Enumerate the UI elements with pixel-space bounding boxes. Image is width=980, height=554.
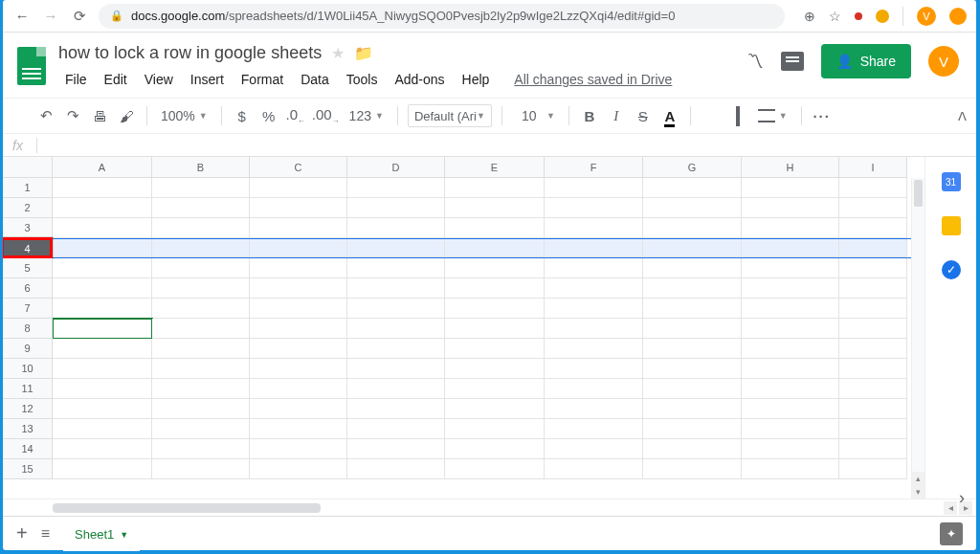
side-panel-toggle-icon[interactable]: › bbox=[959, 488, 965, 508]
cell[interactable] bbox=[347, 459, 445, 479]
cell[interactable] bbox=[545, 258, 643, 278]
cell[interactable] bbox=[742, 258, 839, 278]
tasks-icon[interactable]: ✓ bbox=[942, 260, 961, 279]
cell[interactable] bbox=[545, 178, 643, 198]
cell[interactable] bbox=[445, 278, 545, 299]
cell[interactable] bbox=[347, 399, 445, 419]
col-header[interactable]: E bbox=[445, 157, 545, 178]
explore-button[interactable] bbox=[940, 522, 963, 545]
cell[interactable] bbox=[839, 459, 907, 479]
cell[interactable] bbox=[152, 239, 250, 257]
row-header[interactable]: 14 bbox=[3, 439, 53, 459]
row-header[interactable]: 3 bbox=[3, 218, 53, 238]
cell[interactable] bbox=[545, 439, 643, 459]
cell[interactable] bbox=[643, 339, 742, 359]
comments-icon[interactable] bbox=[781, 52, 804, 71]
bold-button[interactable]: B bbox=[579, 108, 600, 124]
cell[interactable] bbox=[152, 218, 250, 238]
cell[interactable] bbox=[545, 278, 643, 299]
text-color-button[interactable]: A bbox=[659, 108, 680, 124]
cell[interactable] bbox=[839, 319, 907, 339]
cell[interactable] bbox=[643, 319, 742, 339]
more-button[interactable]: ··· bbox=[812, 108, 833, 124]
row-header[interactable]: 15 bbox=[3, 459, 53, 479]
cell[interactable] bbox=[347, 299, 445, 319]
cell[interactable] bbox=[643, 278, 742, 299]
undo-button[interactable]: ↶ bbox=[35, 107, 56, 124]
cell[interactable] bbox=[152, 359, 250, 379]
cell[interactable] bbox=[53, 319, 152, 339]
cell[interactable] bbox=[152, 439, 250, 459]
cell[interactable] bbox=[643, 359, 742, 379]
cell[interactable] bbox=[53, 399, 152, 419]
cell[interactable] bbox=[643, 459, 742, 479]
cell[interactable] bbox=[445, 459, 545, 479]
cell[interactable] bbox=[347, 218, 445, 238]
font-size-select[interactable]: 10▼ bbox=[512, 108, 559, 123]
extension-dot-red-icon[interactable] bbox=[855, 12, 862, 20]
cell[interactable] bbox=[545, 419, 643, 439]
cell[interactable] bbox=[545, 359, 643, 379]
paint-format-button[interactable]: 🖌 bbox=[116, 108, 137, 124]
profile-avatar[interactable]: V bbox=[917, 7, 936, 26]
cell[interactable] bbox=[250, 218, 347, 238]
cell[interactable] bbox=[445, 178, 545, 198]
cell[interactable] bbox=[152, 258, 250, 278]
cell[interactable] bbox=[53, 198, 152, 218]
select-all-corner[interactable] bbox=[3, 157, 53, 178]
tab-menu-icon[interactable]: ▼ bbox=[120, 530, 128, 540]
cell[interactable] bbox=[643, 399, 742, 419]
font-select[interactable]: Default (Ari...▼ bbox=[408, 104, 492, 127]
cell[interactable] bbox=[742, 299, 839, 319]
cell[interactable] bbox=[742, 319, 839, 339]
cell[interactable] bbox=[742, 459, 839, 479]
currency-button[interactable]: $ bbox=[232, 108, 253, 124]
cell[interactable] bbox=[643, 258, 742, 278]
cell[interactable] bbox=[545, 399, 643, 419]
cell[interactable] bbox=[152, 299, 250, 319]
cell[interactable] bbox=[250, 299, 347, 319]
row-header[interactable]: 6 bbox=[3, 278, 53, 299]
cell[interactable] bbox=[839, 339, 907, 359]
cell[interactable] bbox=[347, 258, 445, 278]
cell[interactable] bbox=[250, 319, 347, 339]
menu-edit[interactable]: Edit bbox=[98, 69, 134, 90]
col-header[interactable]: G bbox=[643, 157, 742, 178]
cell[interactable] bbox=[643, 198, 742, 218]
menu-view[interactable]: View bbox=[138, 69, 180, 90]
col-header[interactable]: A bbox=[53, 157, 152, 178]
cell[interactable] bbox=[445, 299, 545, 319]
col-header[interactable]: D bbox=[347, 157, 445, 178]
spreadsheet-grid[interactable]: A B C D E F G H I 123456789101112131415 … bbox=[3, 157, 924, 499]
cell[interactable] bbox=[152, 419, 250, 439]
menu-format[interactable]: Format bbox=[234, 69, 290, 90]
cell[interactable] bbox=[347, 178, 445, 198]
zoom-icon[interactable]: ⊕ bbox=[804, 9, 815, 24]
cell[interactable] bbox=[545, 299, 643, 319]
cell[interactable] bbox=[250, 258, 347, 278]
italic-button[interactable]: I bbox=[606, 108, 627, 124]
cell[interactable] bbox=[839, 419, 907, 439]
col-header[interactable]: H bbox=[742, 157, 839, 178]
col-header[interactable]: B bbox=[152, 157, 250, 178]
cell[interactable] bbox=[347, 339, 445, 359]
cell[interactable] bbox=[839, 399, 907, 419]
extension-cookie-icon[interactable] bbox=[876, 10, 889, 23]
cell[interactable] bbox=[839, 218, 907, 238]
row-header[interactable]: 8 bbox=[3, 319, 53, 339]
cell[interactable] bbox=[152, 198, 250, 218]
scroll-up-icon[interactable]: ▴ bbox=[912, 472, 924, 485]
row-header[interactable]: 4 bbox=[3, 239, 53, 257]
cell[interactable] bbox=[250, 278, 347, 299]
cell[interactable] bbox=[152, 319, 250, 339]
cell[interactable] bbox=[347, 379, 445, 399]
cell[interactable] bbox=[839, 278, 907, 299]
borders-button[interactable] bbox=[727, 108, 748, 124]
menu-data[interactable]: Data bbox=[294, 69, 336, 90]
cell[interactable] bbox=[545, 218, 643, 238]
menu-addons[interactable]: Add-ons bbox=[388, 69, 451, 90]
cell[interactable] bbox=[250, 399, 347, 419]
cell[interactable] bbox=[445, 399, 545, 419]
increase-decimal-button[interactable]: .00→ bbox=[312, 106, 340, 125]
cell[interactable] bbox=[53, 359, 152, 379]
